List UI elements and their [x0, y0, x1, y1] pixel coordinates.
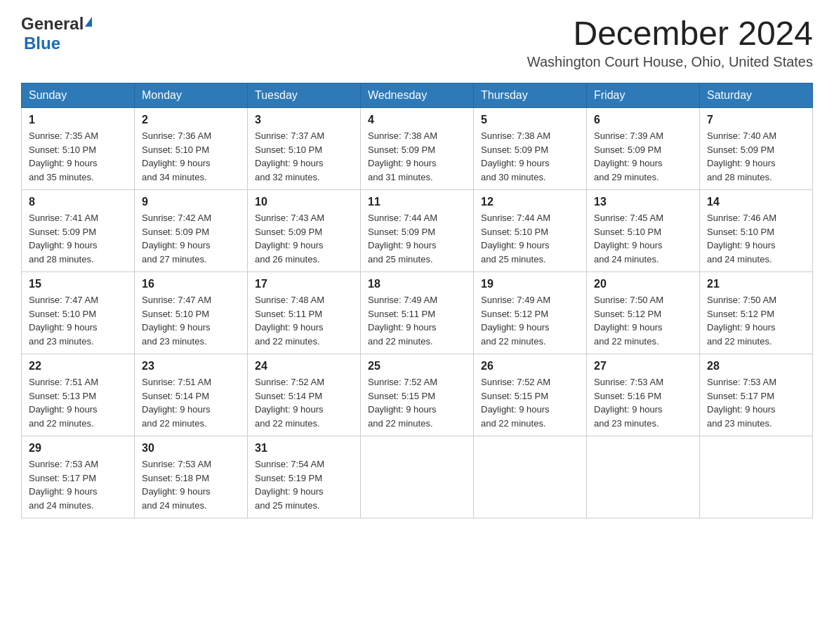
calendar-cell	[474, 436, 587, 518]
day-number: 23	[142, 360, 240, 373]
day-number: 22	[29, 360, 127, 373]
day-info: Sunrise: 7:52 AMSunset: 5:15 PMDaylight:…	[481, 375, 579, 430]
calendar-cell: 19Sunrise: 7:49 AMSunset: 5:12 PMDayligh…	[474, 272, 587, 354]
day-info: Sunrise: 7:42 AMSunset: 5:09 PMDaylight:…	[142, 211, 240, 266]
day-number: 27	[594, 360, 692, 373]
day-info: Sunrise: 7:44 AMSunset: 5:09 PMDaylight:…	[368, 211, 466, 266]
day-number: 1	[29, 114, 127, 126]
calendar-cell: 12Sunrise: 7:44 AMSunset: 5:10 PMDayligh…	[474, 190, 587, 272]
logo-blue-text: Blue	[24, 34, 60, 53]
calendar-cell: 20Sunrise: 7:50 AMSunset: 5:12 PMDayligh…	[587, 272, 700, 354]
day-info: Sunrise: 7:53 AMSunset: 5:18 PMDaylight:…	[142, 457, 240, 512]
month-title: December 2024	[527, 14, 813, 53]
logo-triangle-icon	[85, 17, 92, 27]
calendar-cell: 17Sunrise: 7:48 AMSunset: 5:11 PMDayligh…	[248, 272, 361, 354]
calendar-cell: 2Sunrise: 7:36 AMSunset: 5:10 PMDaylight…	[135, 108, 248, 190]
day-info: Sunrise: 7:51 AMSunset: 5:13 PMDaylight:…	[29, 375, 127, 430]
day-info: Sunrise: 7:53 AMSunset: 5:17 PMDaylight:…	[29, 457, 127, 512]
day-number: 16	[142, 278, 240, 290]
day-info: Sunrise: 7:37 AMSunset: 5:10 PMDaylight:…	[255, 129, 353, 184]
title-block: December 2024 Washington Court House, Oh…	[527, 14, 813, 77]
day-info: Sunrise: 7:45 AMSunset: 5:10 PMDaylight:…	[594, 211, 692, 266]
day-number: 8	[29, 196, 127, 208]
calendar-cell: 22Sunrise: 7:51 AMSunset: 5:13 PMDayligh…	[22, 354, 135, 436]
page-header: General Blue December 2024 Washington Co…	[21, 14, 813, 77]
calendar-cell: 7Sunrise: 7:40 AMSunset: 5:09 PMDaylight…	[700, 108, 813, 190]
day-number: 11	[368, 196, 466, 208]
calendar-cell: 8Sunrise: 7:41 AMSunset: 5:09 PMDaylight…	[22, 190, 135, 272]
calendar-cell	[587, 436, 700, 518]
calendar-cell: 31Sunrise: 7:54 AMSunset: 5:19 PMDayligh…	[248, 436, 361, 518]
day-number: 14	[707, 196, 805, 208]
day-number: 3	[255, 114, 353, 126]
day-info: Sunrise: 7:43 AMSunset: 5:09 PMDaylight:…	[255, 211, 353, 266]
day-info: Sunrise: 7:36 AMSunset: 5:10 PMDaylight:…	[142, 129, 240, 184]
day-info: Sunrise: 7:38 AMSunset: 5:09 PMDaylight:…	[481, 129, 579, 184]
day-info: Sunrise: 7:52 AMSunset: 5:14 PMDaylight:…	[255, 375, 353, 430]
weekday-header-sunday: Sunday	[22, 83, 135, 108]
day-number: 10	[255, 196, 353, 208]
week-row-4: 22Sunrise: 7:51 AMSunset: 5:13 PMDayligh…	[22, 354, 813, 436]
day-info: Sunrise: 7:47 AMSunset: 5:10 PMDaylight:…	[142, 293, 240, 348]
day-number: 31	[255, 442, 353, 455]
calendar-cell: 23Sunrise: 7:51 AMSunset: 5:14 PMDayligh…	[135, 354, 248, 436]
day-number: 2	[142, 114, 240, 126]
calendar-cell: 4Sunrise: 7:38 AMSunset: 5:09 PMDaylight…	[361, 108, 474, 190]
day-info: Sunrise: 7:44 AMSunset: 5:10 PMDaylight:…	[481, 211, 579, 266]
calendar-cell: 18Sunrise: 7:49 AMSunset: 5:11 PMDayligh…	[361, 272, 474, 354]
weekday-header-row: SundayMondayTuesdayWednesdayThursdayFrid…	[22, 83, 813, 108]
day-number: 4	[368, 114, 466, 126]
day-number: 26	[481, 360, 579, 373]
calendar-table: SundayMondayTuesdayWednesdayThursdayFrid…	[21, 83, 813, 518]
week-row-1: 1Sunrise: 7:35 AMSunset: 5:10 PMDaylight…	[22, 108, 813, 190]
weekday-header-monday: Monday	[135, 83, 248, 108]
day-info: Sunrise: 7:48 AMSunset: 5:11 PMDaylight:…	[255, 293, 353, 348]
day-number: 9	[142, 196, 240, 208]
day-number: 19	[481, 278, 579, 290]
day-info: Sunrise: 7:39 AMSunset: 5:09 PMDaylight:…	[594, 129, 692, 184]
day-number: 30	[142, 442, 240, 455]
calendar-cell: 9Sunrise: 7:42 AMSunset: 5:09 PMDaylight…	[135, 190, 248, 272]
calendar-cell: 30Sunrise: 7:53 AMSunset: 5:18 PMDayligh…	[135, 436, 248, 518]
calendar-cell: 15Sunrise: 7:47 AMSunset: 5:10 PMDayligh…	[22, 272, 135, 354]
day-info: Sunrise: 7:51 AMSunset: 5:14 PMDaylight:…	[142, 375, 240, 430]
day-info: Sunrise: 7:49 AMSunset: 5:11 PMDaylight:…	[368, 293, 466, 348]
calendar-cell: 3Sunrise: 7:37 AMSunset: 5:10 PMDaylight…	[248, 108, 361, 190]
logo-general-text: General	[21, 14, 84, 34]
calendar-cell: 24Sunrise: 7:52 AMSunset: 5:14 PMDayligh…	[248, 354, 361, 436]
week-row-5: 29Sunrise: 7:53 AMSunset: 5:17 PMDayligh…	[22, 436, 813, 518]
day-info: Sunrise: 7:46 AMSunset: 5:10 PMDaylight:…	[707, 211, 805, 266]
day-number: 21	[707, 278, 805, 290]
calendar-cell: 28Sunrise: 7:53 AMSunset: 5:17 PMDayligh…	[700, 354, 813, 436]
day-number: 25	[368, 360, 466, 373]
weekday-header-tuesday: Tuesday	[248, 83, 361, 108]
day-number: 24	[255, 360, 353, 373]
week-row-2: 8Sunrise: 7:41 AMSunset: 5:09 PMDaylight…	[22, 190, 813, 272]
calendar-cell: 27Sunrise: 7:53 AMSunset: 5:16 PMDayligh…	[587, 354, 700, 436]
calendar-cell: 5Sunrise: 7:38 AMSunset: 5:09 PMDaylight…	[474, 108, 587, 190]
day-info: Sunrise: 7:53 AMSunset: 5:16 PMDaylight:…	[594, 375, 692, 430]
weekday-header-friday: Friday	[587, 83, 700, 108]
day-number: 18	[368, 278, 466, 290]
day-number: 15	[29, 278, 127, 290]
day-number: 12	[481, 196, 579, 208]
day-info: Sunrise: 7:50 AMSunset: 5:12 PMDaylight:…	[594, 293, 692, 348]
day-info: Sunrise: 7:38 AMSunset: 5:09 PMDaylight:…	[368, 129, 466, 184]
weekday-header-saturday: Saturday	[700, 83, 813, 108]
calendar-cell: 16Sunrise: 7:47 AMSunset: 5:10 PMDayligh…	[135, 272, 248, 354]
calendar-cell: 21Sunrise: 7:50 AMSunset: 5:12 PMDayligh…	[700, 272, 813, 354]
day-info: Sunrise: 7:53 AMSunset: 5:17 PMDaylight:…	[707, 375, 805, 430]
calendar-cell	[361, 436, 474, 518]
calendar-cell: 14Sunrise: 7:46 AMSunset: 5:10 PMDayligh…	[700, 190, 813, 272]
calendar-cell: 10Sunrise: 7:43 AMSunset: 5:09 PMDayligh…	[248, 190, 361, 272]
calendar-cell: 13Sunrise: 7:45 AMSunset: 5:10 PMDayligh…	[587, 190, 700, 272]
day-number: 20	[594, 278, 692, 290]
calendar-cell: 26Sunrise: 7:52 AMSunset: 5:15 PMDayligh…	[474, 354, 587, 436]
weekday-header-thursday: Thursday	[474, 83, 587, 108]
week-row-3: 15Sunrise: 7:47 AMSunset: 5:10 PMDayligh…	[22, 272, 813, 354]
day-number: 28	[707, 360, 805, 373]
calendar-cell: 29Sunrise: 7:53 AMSunset: 5:17 PMDayligh…	[22, 436, 135, 518]
day-number: 5	[481, 114, 579, 126]
day-info: Sunrise: 7:50 AMSunset: 5:12 PMDaylight:…	[707, 293, 805, 348]
day-info: Sunrise: 7:41 AMSunset: 5:09 PMDaylight:…	[29, 211, 127, 266]
